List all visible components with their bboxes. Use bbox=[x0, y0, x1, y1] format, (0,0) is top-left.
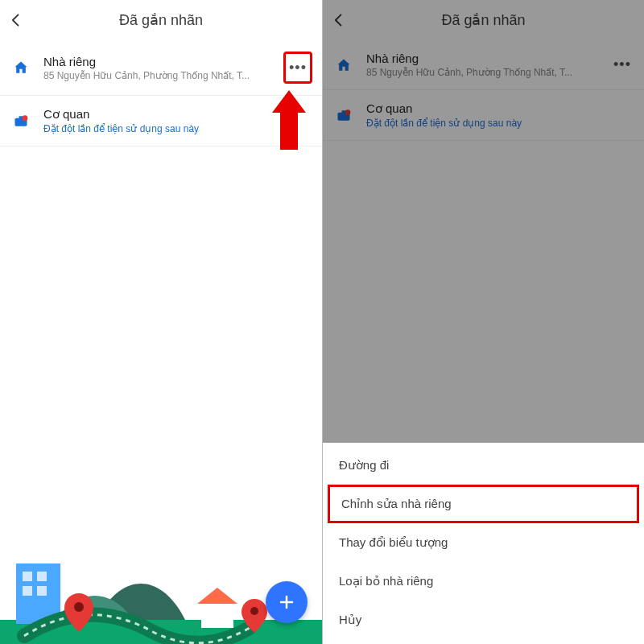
item-subtitle: 85 Nguyễn Hữu Cảnh, Phường Thống Nhất, T… bbox=[43, 70, 269, 81]
highlight-more-button: ••• bbox=[283, 52, 312, 84]
left-screenshot: Đã gắn nhãn Nhà riêng 85 Nguyễn Hữu Cảnh… bbox=[0, 0, 322, 644]
svg-rect-6 bbox=[37, 572, 47, 581]
more-button[interactable]: ••• bbox=[286, 56, 310, 80]
header: Đã gắn nhãn bbox=[0, 0, 322, 40]
home-icon bbox=[13, 60, 39, 76]
item-subtitle: Đặt đột lần để tiện sử dụng sau này bbox=[43, 123, 269, 134]
sheet-item-directions[interactable]: Đường đi bbox=[323, 446, 644, 485]
list-item-work[interactable]: Cơ quan Đặt đột lần để tiện sử dụng sau … bbox=[0, 96, 322, 147]
svg-rect-8 bbox=[37, 586, 47, 596]
illustration bbox=[0, 483, 322, 644]
item-title: Cơ quan bbox=[43, 107, 312, 122]
svg-point-12 bbox=[250, 607, 258, 615]
page-title: Đã gắn nhãn bbox=[0, 11, 322, 29]
briefcase-icon bbox=[13, 113, 39, 129]
back-button[interactable] bbox=[0, 0, 32, 40]
sheet-item-remove-home[interactable]: Loại bỏ nhà riêng bbox=[323, 562, 644, 601]
svg-marker-10 bbox=[197, 588, 237, 604]
action-sheet: Đường đi Chỉnh sửa nhà riêng Thay đổi bi… bbox=[323, 443, 644, 644]
plus-icon bbox=[277, 592, 296, 612]
sheet-item-cancel[interactable]: Hủy bbox=[323, 601, 644, 639]
list-item-body: Cơ quan Đặt đột lần để tiện sử dụng sau … bbox=[39, 107, 312, 134]
chevron-left-icon bbox=[8, 12, 24, 28]
empty-area bbox=[0, 147, 322, 644]
sheet-item-change-icon[interactable]: Thay đổi biểu tượng bbox=[323, 523, 644, 562]
svg-rect-7 bbox=[23, 586, 32, 596]
add-button[interactable] bbox=[266, 581, 308, 623]
sheet-item-edit-home[interactable]: Chỉnh sửa nhà riêng bbox=[328, 485, 639, 523]
right-screenshot: Đã gắn nhãn Nhà riêng 85 Nguyễn Hữu Cảnh… bbox=[322, 0, 644, 644]
svg-point-11 bbox=[74, 602, 84, 612]
svg-rect-5 bbox=[23, 572, 32, 581]
list-item-body: Nhà riêng 85 Nguyễn Hữu Cảnh, Phường Thố… bbox=[39, 55, 283, 81]
svg-rect-9 bbox=[201, 604, 233, 628]
item-title: Nhà riêng bbox=[43, 55, 283, 68]
svg-point-2 bbox=[23, 115, 28, 121]
list-item-home[interactable]: Nhà riêng 85 Nguyễn Hữu Cảnh, Phường Thố… bbox=[0, 40, 322, 96]
